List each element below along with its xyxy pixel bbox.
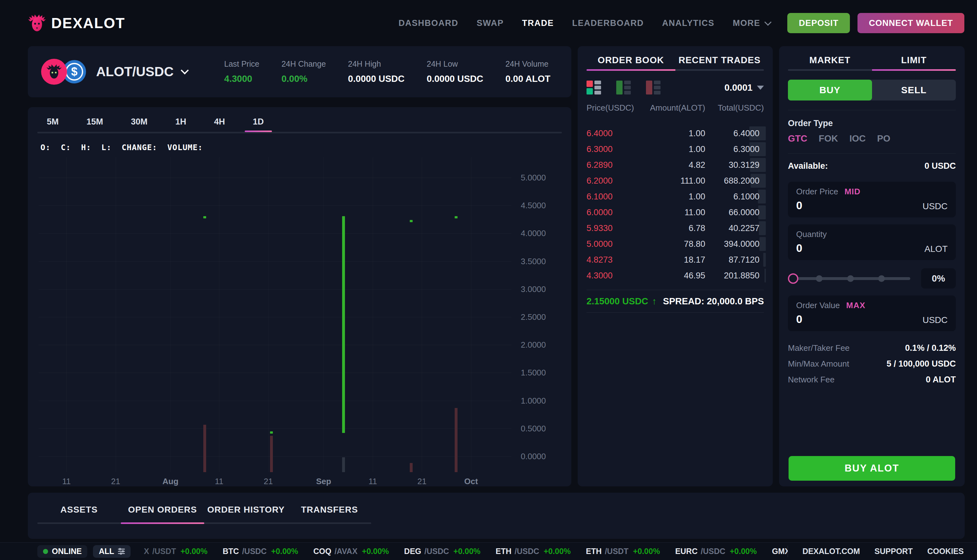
ask-row[interactable]: 5.9330 6.78 40.2257	[586, 220, 764, 236]
nav-analytics[interactable]: ANALYTICS	[662, 18, 715, 28]
pair-selector[interactable]: ALOT/USDC	[96, 64, 186, 79]
y-tick-label: 1.5000	[521, 368, 562, 378]
book-asks-icon[interactable]	[616, 81, 631, 95]
timeframe-5m[interactable]: 5M	[40, 117, 66, 127]
sell-tab[interactable]: SELL	[872, 80, 956, 100]
ticker-item[interactable]: ETH/USDC+0.00%	[496, 547, 571, 556]
slider-step-50[interactable]	[847, 275, 854, 282]
dexalot-com-link[interactable]: DEXALOT.COM	[802, 547, 860, 556]
nav-more[interactable]: MORE	[733, 18, 770, 28]
gridline	[38, 317, 511, 317]
max-button[interactable]: MAX	[846, 300, 865, 310]
available-row: Available: 0 USDC	[788, 161, 956, 171]
timeframe-1h[interactable]: 1H	[169, 117, 194, 127]
tab-open-orders[interactable]: OPEN ORDERS	[121, 505, 204, 515]
ask-amount: 6.78	[646, 223, 705, 233]
ask-row[interactable]: 6.1000 1.00 6.1000	[586, 189, 764, 205]
candle	[410, 220, 413, 222]
book-bids-icon[interactable]	[646, 81, 660, 95]
ask-row[interactable]: 6.3000 1.00 6.3000	[586, 141, 764, 157]
ticker-filter-pill[interactable]: ALL	[93, 545, 130, 558]
available-value: 0 USDC	[925, 161, 956, 171]
gridline	[38, 428, 511, 429]
ask-price: 6.4000	[586, 128, 646, 138]
tab-market[interactable]: MARKET	[788, 52, 872, 69]
ask-row[interactable]: 6.2000 111.00 688.2000	[586, 173, 764, 189]
tab-order-book[interactable]: ORDER BOOK	[586, 52, 675, 69]
ticker-item[interactable]: EURC/USDC+0.00%	[675, 547, 757, 556]
y-tick-label: 2.5000	[521, 312, 562, 322]
candle	[270, 432, 273, 433]
top-nav: DEXALOT DASHBOARD SWAP TRADE LEADERBOARD…	[0, 0, 977, 46]
x-tick-label: Oct	[464, 477, 478, 487]
x-tick-label: 11	[215, 477, 224, 487]
precision-dropdown[interactable]: 0.0001	[724, 82, 764, 93]
deposit-button[interactable]: DEPOSIT	[787, 13, 850, 33]
ask-price: 4.3000	[586, 271, 646, 281]
buy-tab[interactable]: BUY	[788, 80, 872, 100]
ask-amount: 78.80	[646, 239, 705, 249]
nav-leaderboard[interactable]: LEADERBOARD	[572, 18, 644, 28]
ticker-item[interactable]: BTC/USDC+0.00%	[222, 547, 298, 556]
slider-handle[interactable]	[788, 273, 798, 284]
ask-row[interactable]: 4.8273 18.17 87.7120	[586, 252, 764, 268]
quantity-field[interactable]: Quantity 0 ALOT	[788, 224, 956, 260]
tab-transfers[interactable]: TRANSFERS	[288, 505, 371, 515]
ask-total: 201.8850	[724, 271, 764, 281]
ticker-item[interactable]: X/USDT+0.00%	[144, 547, 207, 556]
ask-amount: 1.00	[646, 128, 705, 138]
tab-order-history[interactable]: ORDER HISTORY	[204, 505, 288, 515]
nav-dashboard[interactable]: DASHBOARD	[398, 18, 458, 28]
dexalot-logo[interactable]: DEXALOT	[28, 14, 125, 32]
fee-value: 0 ALOT	[926, 375, 956, 385]
tab-limit[interactable]: LIMIT	[872, 52, 956, 69]
min-max-amount-row: Min/Max Amount 5 / 100,000 USDC	[788, 359, 956, 369]
quantity-input[interactable]: 0	[796, 242, 802, 254]
slider-step-75[interactable]	[878, 275, 885, 282]
candle	[455, 216, 458, 218]
ask-row[interactable]: 6.4000 1.00 6.4000	[586, 125, 764, 141]
order-type-gtc[interactable]: GTC	[788, 133, 807, 144]
timeframe-1d[interactable]: 1D	[246, 117, 271, 127]
ticker-item[interactable]: GMX/USDC+0.00%	[772, 547, 788, 556]
order-type-po[interactable]: PO	[877, 133, 890, 144]
ask-row[interactable]: 4.3000 46.95 201.8850	[586, 268, 764, 283]
buy-alot-button[interactable]: BUY ALOT	[788, 456, 955, 481]
x-tick-label: Sep	[316, 477, 331, 487]
ask-row[interactable]: 6.0000 11.00 66.0000	[586, 205, 764, 220]
order-price-field[interactable]: Order Price MID 0 USDC	[788, 182, 956, 217]
ask-total: 30.3129	[728, 160, 764, 170]
support-link[interactable]: SUPPORT	[875, 547, 913, 556]
ask-amount: 111.00	[646, 176, 705, 186]
ticker-item[interactable]: DEG/USDC+0.00%	[404, 547, 480, 556]
ask-row[interactable]: 5.0000 78.80 394.0000	[586, 236, 764, 252]
order-type-ioc[interactable]: IOC	[849, 133, 866, 144]
gridline	[422, 157, 422, 472]
timeframe-4h[interactable]: 4H	[207, 117, 232, 127]
ticker-item[interactable]: ETH/USDT+0.00%	[586, 547, 660, 556]
online-status-pill[interactable]: ONLINE	[37, 545, 87, 558]
connect-wallet-button[interactable]: CONNECT WALLET	[857, 13, 964, 33]
chart-plot-area[interactable]	[38, 157, 511, 472]
order-type-fok[interactable]: FOK	[818, 133, 838, 144]
nav-trade[interactable]: TRADE	[522, 18, 554, 28]
order-value-input[interactable]: 0	[796, 313, 802, 325]
timeframe-15m[interactable]: 15M	[80, 117, 110, 127]
tab-recent-trades[interactable]: RECENT TRADES	[675, 52, 764, 69]
book-combined-icon[interactable]	[586, 81, 601, 95]
ticker-item[interactable]: COQ/AVAX+0.00%	[313, 547, 389, 556]
timeframe-30m[interactable]: 30M	[124, 117, 155, 127]
order-value-field[interactable]: Order Value MAX 0 USDC	[788, 295, 956, 331]
volume-bar	[270, 436, 273, 472]
mid-button[interactable]: MID	[845, 187, 861, 197]
nav-swap[interactable]: SWAP	[476, 18, 504, 28]
ask-row[interactable]: 6.2890 4.82 30.3129	[586, 157, 764, 173]
stat-value: 0.0000 USDC	[427, 73, 483, 84]
stat-label: 24H Low	[427, 59, 483, 68]
buy-sell-toggle: BUY SELL	[788, 80, 956, 100]
amount-slider[interactable]	[788, 268, 913, 288]
tab-assets[interactable]: ASSETS	[37, 505, 121, 515]
cookies-link[interactable]: COOKIES	[927, 547, 964, 556]
order-price-input[interactable]: 0	[796, 199, 802, 212]
slider-step-25[interactable]	[816, 275, 822, 282]
